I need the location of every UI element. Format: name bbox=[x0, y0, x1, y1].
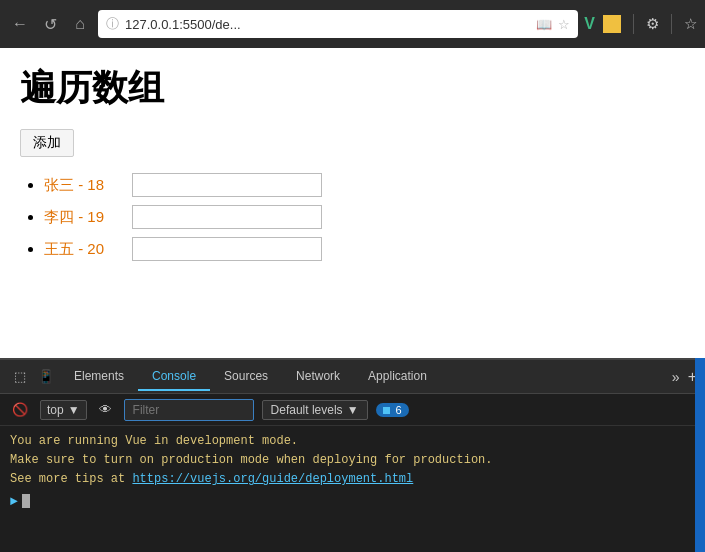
browser-chrome: ← ↺ ⌂ ⓘ 127.0.0.1:5500/de... 📖 ☆ V ⚙ ☆ bbox=[0, 0, 705, 48]
separator bbox=[633, 14, 634, 34]
page-content: 遍历数组 添加 张三 - 18 李四 - 19 王五 - 20 bbox=[0, 48, 705, 358]
devtools-toolbar: 🚫 top ▼ 👁 Default levels ▼ 6 bbox=[0, 394, 705, 426]
tab-sources[interactable]: Sources bbox=[210, 363, 282, 391]
error-count-badge: 6 bbox=[376, 403, 409, 417]
eye-icon[interactable]: 👁 bbox=[95, 400, 116, 419]
filter-input[interactable] bbox=[124, 399, 254, 421]
badge-count: 6 bbox=[396, 404, 402, 416]
console-output: You are running Vue in development mode.… bbox=[0, 426, 705, 552]
item-label-2: 王五 - 20 bbox=[44, 240, 124, 259]
home-button[interactable]: ⌂ bbox=[68, 15, 92, 33]
devtools-tabs: ⬚ 📱 Elements Console Sources Network App… bbox=[0, 360, 705, 394]
star-icon: ☆ bbox=[558, 17, 570, 32]
console-message-1: You are running Vue in development mode.… bbox=[10, 432, 695, 490]
list-item: 张三 - 18 bbox=[44, 173, 685, 197]
browser-toolbar-icons: V ⚙ ☆ bbox=[584, 14, 697, 34]
back-button[interactable]: ← bbox=[8, 15, 32, 33]
list-item: 王五 - 20 bbox=[44, 237, 685, 261]
menu-icon: ☆ bbox=[684, 15, 697, 33]
chevron-down-icon: ▼ bbox=[68, 403, 80, 417]
console-prompt-icon: ► bbox=[10, 494, 18, 509]
tab-network[interactable]: Network bbox=[282, 363, 354, 391]
console-link[interactable]: https://vuejs.org/guide/deployment.html bbox=[132, 472, 413, 486]
item-input-0[interactable] bbox=[132, 173, 322, 197]
item-row-1: 李四 - 19 bbox=[44, 205, 685, 229]
log-levels-selector[interactable]: Default levels ▼ bbox=[262, 400, 368, 420]
item-input-1[interactable] bbox=[132, 205, 322, 229]
items-list: 张三 - 18 李四 - 19 王五 - 20 bbox=[20, 173, 685, 261]
vue-icon: V bbox=[584, 15, 595, 33]
extensions-icon: ⚙ bbox=[646, 15, 659, 33]
separator2 bbox=[671, 14, 672, 34]
color-swatch-icon bbox=[603, 15, 621, 33]
reader-icon: 📖 bbox=[536, 17, 552, 32]
devtools-device-icon[interactable]: 📱 bbox=[32, 369, 60, 384]
levels-chevron-icon: ▼ bbox=[347, 403, 359, 417]
devtools-tab-extra: » + bbox=[672, 368, 697, 386]
item-row-0: 张三 - 18 bbox=[44, 173, 685, 197]
levels-label: Default levels bbox=[271, 403, 343, 417]
item-label-1: 李四 - 19 bbox=[44, 208, 124, 227]
console-prompt-row: ► bbox=[10, 494, 695, 509]
tab-console[interactable]: Console bbox=[138, 363, 210, 391]
refresh-button[interactable]: ↺ bbox=[38, 15, 62, 34]
page-title: 遍历数组 bbox=[20, 64, 685, 113]
context-selector[interactable]: top ▼ bbox=[40, 400, 87, 420]
tab-application[interactable]: Application bbox=[354, 363, 441, 391]
top-label: top bbox=[47, 403, 64, 417]
tab-elements[interactable]: Elements bbox=[60, 363, 138, 391]
badge-dot bbox=[383, 407, 390, 414]
more-tabs-icon[interactable]: » bbox=[672, 369, 680, 385]
item-label-0: 张三 - 18 bbox=[44, 176, 124, 195]
info-icon: ⓘ bbox=[106, 15, 119, 33]
devtools-right-bar bbox=[695, 358, 705, 552]
add-button[interactable]: 添加 bbox=[20, 129, 74, 157]
item-input-2[interactable] bbox=[132, 237, 322, 261]
list-item: 李四 - 19 bbox=[44, 205, 685, 229]
item-row-2: 王五 - 20 bbox=[44, 237, 685, 261]
address-bar[interactable]: ⓘ 127.0.0.1:5500/de... 📖 ☆ bbox=[98, 10, 578, 38]
devtools-inspect-icon[interactable]: ⬚ bbox=[8, 369, 32, 384]
clear-console-icon[interactable]: 🚫 bbox=[8, 400, 32, 419]
console-cursor[interactable] bbox=[22, 494, 30, 508]
url-text: 127.0.0.1:5500/de... bbox=[125, 17, 241, 32]
devtools-panel: ⬚ 📱 Elements Console Sources Network App… bbox=[0, 358, 705, 552]
